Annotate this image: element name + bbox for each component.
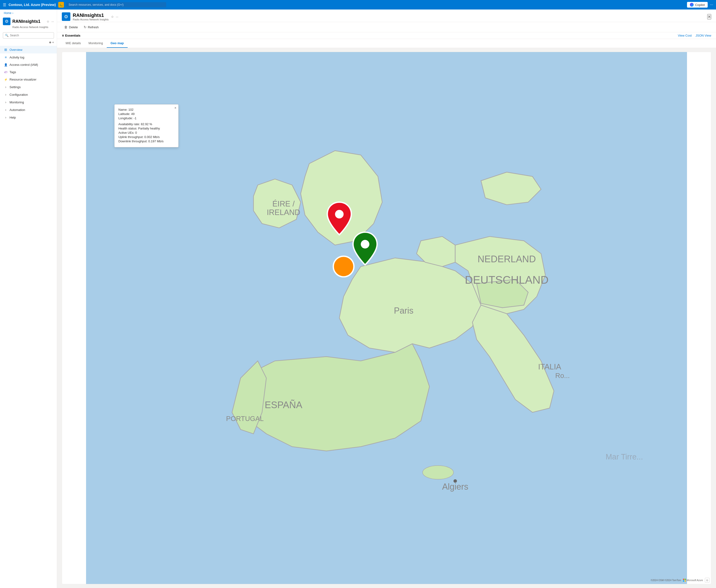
overview-icon: ⊞ <box>4 48 7 51</box>
essentials-actions: View Cost JSON View <box>678 34 711 37</box>
view-cost-link[interactable]: View Cost <box>678 34 692 37</box>
essentials-toggle-icon: ∨ <box>62 34 64 37</box>
svg-text:ITALIA: ITALIA <box>538 362 561 371</box>
tab-geo-map[interactable]: Geo map <box>107 39 128 48</box>
popup-name: Name: 102 <box>118 108 175 111</box>
content-title-block: RANInsights1 Radio Access Network Insigh… <box>73 13 109 21</box>
content-resource-icon: ⚙ <box>62 12 70 21</box>
essentials-label: Essentials <box>65 34 80 37</box>
feedback-icon[interactable]: ☺ <box>705 578 710 583</box>
popup-active-ues: Active UEs: 0 <box>118 131 175 134</box>
refresh-icon: ↻ <box>84 25 86 29</box>
svg-text:Ro...: Ro... <box>555 372 570 379</box>
favorite-icon[interactable]: ☆ <box>46 20 49 23</box>
refresh-label: Refresh <box>88 25 99 29</box>
title-more-icon[interactable]: ··· <box>116 15 118 19</box>
tab-monitoring[interactable]: Monitoring <box>85 39 107 48</box>
main-container: Home › ⚙ RANInsights1 ☆ ··· Radio Access… <box>0 9 716 588</box>
svg-point-13 <box>454 479 457 483</box>
toolbar: 🗑 Delete ↻ Refresh <box>57 22 716 32</box>
activity-log-icon: ≡ <box>4 55 7 59</box>
delete-label: Delete <box>69 25 78 29</box>
collapse-icon[interactable]: « <box>52 40 54 44</box>
more-options-button[interactable]: ··· <box>710 3 713 7</box>
close-button[interactable]: ✕ <box>707 14 711 20</box>
title-actions: ☆ ··· <box>111 15 118 19</box>
copilot-button[interactable]: Copilot <box>687 2 708 7</box>
settings-expand-arrow: › <box>4 85 7 89</box>
breadcrumb: Home › <box>0 9 57 17</box>
search-icon: 🔍 <box>5 34 8 37</box>
sidebar-item-help[interactable]: › Help <box>0 113 57 121</box>
sidebar-label-automation: Automation <box>9 108 25 112</box>
sidebar-item-activity-log[interactable]: ≡ Activity log <box>0 54 57 61</box>
bug-icon[interactable]: 🐛 <box>58 2 64 7</box>
sidebar-item-tags[interactable]: 🏷 Tags <box>0 68 57 76</box>
sidebar-search-container: 🔍 <box>0 30 57 40</box>
monitoring-expand-arrow: › <box>4 100 7 104</box>
svg-point-14 <box>335 210 344 218</box>
resource-subtitle: Radio Access Network Insights <box>12 26 54 28</box>
pin-orange[interactable] <box>333 256 354 277</box>
sidebar-label-overview: Overview <box>9 48 22 51</box>
global-search-input[interactable] <box>66 2 166 7</box>
sidebar-item-monitoring[interactable]: › Monitoring <box>0 98 57 106</box>
svg-text:Mar Tirre...: Mar Tirre... <box>606 453 643 461</box>
ms-sq-yellow <box>684 581 686 582</box>
sidebar-search-box[interactable]: 🔍 <box>3 32 54 39</box>
map-wrapper[interactable]: ÉIRE / IRELAND NEDERLAND DEUTSCHLAND Par… <box>62 52 711 584</box>
essentials-toggle[interactable]: ∨ Essentials <box>62 34 80 37</box>
svg-point-15 <box>361 240 369 249</box>
svg-text:NEDERLAND: NEDERLAND <box>477 254 536 264</box>
sidebar-resource-header: ⚙ RANInsights1 ☆ ··· Radio Access Networ… <box>0 17 57 30</box>
sidebar-item-configuration[interactable]: › Configuration <box>0 91 57 98</box>
sidebar-resource-title: RANInsights1 <box>12 19 40 24</box>
org-name: Contoso, Ltd. Azure (Preview) <box>8 3 56 7</box>
home-breadcrumb[interactable]: Home <box>4 12 12 15</box>
azure-text: Microsoft Azure <box>687 579 703 582</box>
map-container: ÉIRE / IRELAND NEDERLAND DEUTSCHLAND Par… <box>57 48 716 588</box>
help-expand-arrow: › <box>4 115 7 119</box>
sidebar-nav: ⊞ Overview ≡ Activity log 👤 Access contr… <box>0 46 57 121</box>
json-view-link[interactable]: JSON View <box>696 34 711 37</box>
resource-icon: ⚙ <box>3 18 11 25</box>
sidebar-label-access-control: Access control (IAM) <box>9 63 38 66</box>
sidebar-search-input[interactable] <box>10 34 52 37</box>
delete-button[interactable]: 🗑 Delete <box>62 24 80 30</box>
svg-text:ESPAÑA: ESPAÑA <box>265 400 303 410</box>
refresh-button[interactable]: ↻ Refresh <box>81 24 101 30</box>
osm-attribution: ©2024 OSM ©2024 TomTom <box>651 579 681 582</box>
resource-more-icon[interactable]: ··· <box>52 20 54 23</box>
tabs-bar: MIE details Monitoring Geo map <box>57 39 716 48</box>
access-control-icon: 👤 <box>4 63 7 66</box>
sidebar-item-automation[interactable]: › Automation <box>0 106 57 113</box>
sidebar-item-settings[interactable]: › Settings <box>0 83 57 91</box>
map-attribution: ©2024 OSM ©2024 TomTom Microsoft Azure ☺ <box>651 578 710 583</box>
pin-icon[interactable]: ◈ <box>49 40 52 44</box>
map-popup: × Name: 102 Latitude: 49 Longitude: -1 A… <box>114 104 179 147</box>
popup-health: Health status: Partially healthy <box>118 127 175 130</box>
sidebar-item-resource-visualizer[interactable]: ⚡ Resource visualizer <box>0 76 57 83</box>
config-expand-arrow: › <box>4 93 7 97</box>
hamburger-menu[interactable]: ☰ <box>3 3 6 7</box>
title-favorite-icon[interactable]: ☆ <box>111 15 114 19</box>
sidebar-label-monitoring: Monitoring <box>9 101 24 104</box>
resource-visualizer-icon: ⚡ <box>4 78 7 81</box>
content-resource-subtitle: Radio Access Network Insights <box>73 18 109 21</box>
sidebar-item-access-control[interactable]: 👤 Access control (IAM) <box>0 61 57 68</box>
sidebar: Home › ⚙ RANInsights1 ☆ ··· Radio Access… <box>0 9 57 588</box>
tab-mie-details[interactable]: MIE details <box>62 39 85 48</box>
svg-point-16 <box>333 256 354 277</box>
delete-icon: 🗑 <box>64 25 67 29</box>
sidebar-label-settings: Settings <box>9 85 21 89</box>
svg-text:Paris: Paris <box>394 306 413 315</box>
sidebar-label-help: Help <box>9 116 16 119</box>
popup-availability: Availability rate: 82.92 % <box>118 122 175 126</box>
svg-text:DEUTSCHLAND: DEUTSCHLAND <box>465 274 549 286</box>
sidebar-label-resource-visualizer: Resource visualizer <box>9 78 36 81</box>
popup-close-button[interactable]: × <box>175 106 177 110</box>
search-actions: ◈ « <box>0 40 57 46</box>
sidebar-item-overview[interactable]: ⊞ Overview <box>0 46 57 54</box>
svg-text:IRELAND: IRELAND <box>267 208 300 217</box>
sidebar-label-activity-log: Activity log <box>9 56 24 59</box>
